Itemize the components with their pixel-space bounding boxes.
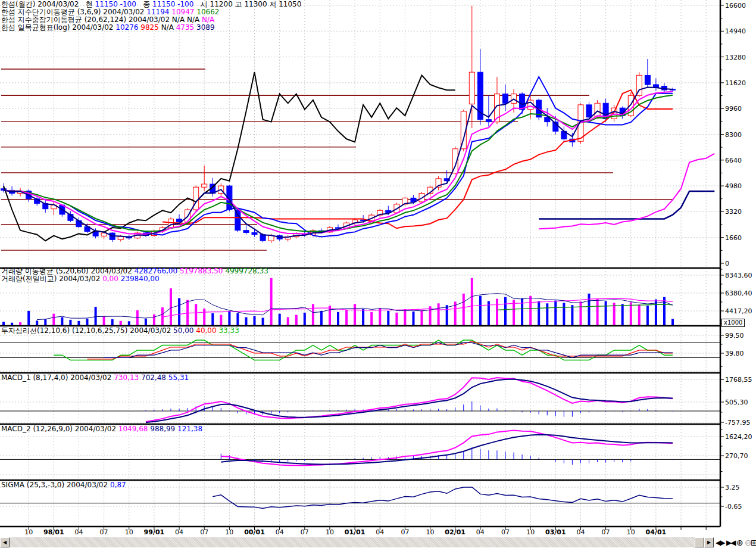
y-axis-label: 39,80 bbox=[725, 349, 744, 357]
header-segment: 33,33 bbox=[218, 326, 239, 335]
header-segment: MACD_1 (8,17,4,0) 2004/03/02 bbox=[1, 373, 114, 382]
header-segment: 시 11200 고 11300 저 11050 bbox=[193, 0, 301, 8]
y-axis-label: 3,25 bbox=[725, 484, 740, 491]
y-axis-label: 9960 bbox=[725, 105, 742, 113]
y-axis-label: 1768,55 bbox=[725, 376, 752, 384]
header-segment: 40,00 bbox=[196, 326, 218, 335]
x-axis-label: 07 bbox=[501, 528, 510, 536]
x-axis-label: 10 bbox=[24, 528, 33, 536]
chart-application-window: 한섬(월간) 2004/03/02 현 11150 -100 종 11150 -… bbox=[0, 0, 756, 548]
y-axis-label: 270,70 bbox=[725, 452, 748, 460]
header-segment: 한섬 일목균형표(log) 2004/03/02 bbox=[1, 23, 115, 32]
y-axis-label: 8343,60 bbox=[725, 271, 752, 279]
macd2-panel-header: MACD_2 (12,26,9,0) 2004/03/02 1049,68 98… bbox=[1, 425, 202, 433]
header-segment: 거래량(전일비교) 2004/03/02 bbox=[1, 275, 102, 283]
header-segment: 5197883,50 bbox=[180, 267, 225, 275]
x-axis-label: 99/01 bbox=[144, 528, 165, 536]
y-axis-label: 1624,20 bbox=[725, 433, 752, 441]
header-segment: 한섬 지수단기이동평균 (3,6,9) 2004/03/02 bbox=[1, 8, 146, 16]
y-axis-label: 13280 bbox=[725, 53, 746, 61]
header-segment: 1049,68 bbox=[118, 425, 150, 433]
expand-horizontal-icon[interactable]: ◀▶ bbox=[716, 538, 724, 547]
compress-horizontal-icon[interactable]: ▶◀ bbox=[726, 538, 735, 547]
scroll-right-icon: ▶ bbox=[707, 540, 711, 545]
header-segment: 121,38 bbox=[177, 425, 202, 433]
y-axis-label: 0 bbox=[725, 260, 729, 267]
volume-panel-header: 거래량 이동평균 (5,20,60) 2004/03/02 4282766,00… bbox=[1, 267, 268, 283]
x-axis-label: 02/01 bbox=[445, 528, 466, 536]
x-axis-label: 98/01 bbox=[43, 528, 64, 536]
header-line: MACD_1 (8,17,4,0) 2004/03/02 730,13 702,… bbox=[1, 374, 189, 382]
x-axis-label: 10 bbox=[526, 528, 535, 536]
header-segment: 10662 bbox=[196, 8, 219, 16]
header-segment: 4735 bbox=[176, 23, 196, 32]
y-axis-label: -757,95 bbox=[725, 419, 750, 426]
header-line: SIGMA (25,3,-3,0) 2004/03/02 0,87 bbox=[1, 481, 126, 489]
scrollbar-track[interactable] bbox=[10, 537, 704, 547]
header-line: 거래량(전일비교) 2004/03/02 0,00 239840,00 bbox=[1, 275, 268, 283]
x-axis-label: 04 bbox=[74, 528, 83, 536]
grid-view-icon[interactable]: ⊞ bbox=[751, 538, 756, 547]
y-axis-label: 11620 bbox=[725, 79, 746, 86]
x-axis-label: 10 bbox=[326, 528, 334, 536]
sentiment-panel-header: 투자심리선(12,10,6) (12,10,6,25,75) 2004/03/0… bbox=[1, 327, 239, 335]
x-axis-label: 04 bbox=[175, 528, 183, 536]
scroll-right-button[interactable]: ▶ bbox=[704, 537, 714, 547]
x-axis-label: 04 bbox=[276, 528, 284, 536]
y-axis-label: 3320 bbox=[725, 208, 742, 216]
header-segment: 10947 bbox=[171, 8, 196, 16]
y-axis-label: 1660 bbox=[725, 233, 742, 241]
header-segment: 0,87 bbox=[110, 481, 126, 489]
sigma-panel-header: SIGMA (25,3,-3,0) 2004/03/02 0,87 bbox=[1, 481, 126, 489]
header-segment: 702,48 bbox=[141, 373, 168, 382]
header-segment: 0,00 bbox=[102, 275, 121, 283]
x-axis-label: 04 bbox=[376, 528, 384, 536]
y-axis-label: 14940 bbox=[725, 27, 746, 35]
header-segment: 239840,00 bbox=[121, 275, 160, 283]
header-segment: 55,31 bbox=[168, 373, 189, 382]
header-segment: 4999728,33 bbox=[225, 267, 268, 275]
x-axis-label: 10 bbox=[225, 528, 233, 536]
x-axis-label: 10 bbox=[627, 528, 635, 536]
y-axis-label: 8300 bbox=[725, 130, 742, 138]
scroll-left-icon: ◀ bbox=[3, 540, 7, 545]
scroll-left-button[interactable]: ◀ bbox=[0, 537, 10, 547]
x-axis-label: 07 bbox=[100, 528, 108, 536]
x-axis-label: 04 bbox=[576, 528, 585, 536]
header-segment: 50,00 bbox=[173, 326, 196, 335]
scrollbar-thumb[interactable] bbox=[695, 537, 704, 547]
header-line: MACD_2 (12,26,9,0) 2004/03/02 1049,68 98… bbox=[1, 425, 202, 433]
x-axis-label: 07 bbox=[301, 528, 309, 536]
header-segment: 988,99 bbox=[150, 425, 177, 433]
y-axis-label: 6640 bbox=[725, 156, 742, 164]
y-axis-label: 4417,20 bbox=[725, 307, 752, 315]
header-segment: 한섬(월간) 2004/03/02 현 bbox=[1, 0, 95, 8]
header-segment: 투자심리선(12,10,6) (12,10,6,25,75) 2004/03/0… bbox=[1, 326, 173, 335]
x-axis-label: 04 bbox=[476, 528, 485, 536]
y-axis-label: 6380,40 bbox=[725, 289, 752, 297]
x-axis-label: 07 bbox=[602, 528, 610, 536]
header-segment: N/A bbox=[161, 23, 176, 32]
header-segment: 종 bbox=[136, 0, 152, 8]
header-segment: 3089 bbox=[196, 23, 215, 32]
y-axis-label: -0,65 bbox=[725, 503, 742, 510]
volume-unit-badge: x1000 bbox=[721, 319, 745, 327]
header-segment: 11194 bbox=[146, 8, 171, 16]
main-chart-header: 한섬(월간) 2004/03/02 현 11150 -100 종 11150 -… bbox=[1, 1, 301, 32]
header-segment: 4282766,00 bbox=[135, 267, 180, 275]
zoom-in-icon[interactable]: ⊕ bbox=[736, 538, 743, 547]
header-segment: 730,13 bbox=[114, 373, 141, 382]
y-axis-label: 99,50 bbox=[725, 332, 744, 340]
header-segment: 11150 -100 bbox=[95, 0, 136, 8]
x-axis-label: 04/01 bbox=[646, 528, 667, 536]
horizontal-scrollbar: ◀ ▶ ◀▶ ▶◀ ⊕ ⊖ ⊞ bbox=[0, 537, 756, 548]
y-axis-label: 4980 bbox=[725, 182, 742, 190]
x-axis-label: 00/01 bbox=[244, 528, 265, 536]
header-line: 한섬 일목균형표(log) 2004/03/02 10276 9825 N/A … bbox=[1, 24, 301, 32]
macd1-panel-header: MACD_1 (8,17,4,0) 2004/03/02 730,13 702,… bbox=[1, 374, 189, 382]
x-axis-label: 03/01 bbox=[545, 528, 566, 536]
header-segment: 9825 bbox=[140, 23, 161, 32]
header-segment: 거래량 이동평균 (5,20,60) 2004/03/02 bbox=[1, 267, 135, 275]
x-axis-label: 01/01 bbox=[345, 528, 365, 536]
x-axis-label: 07 bbox=[200, 528, 208, 536]
